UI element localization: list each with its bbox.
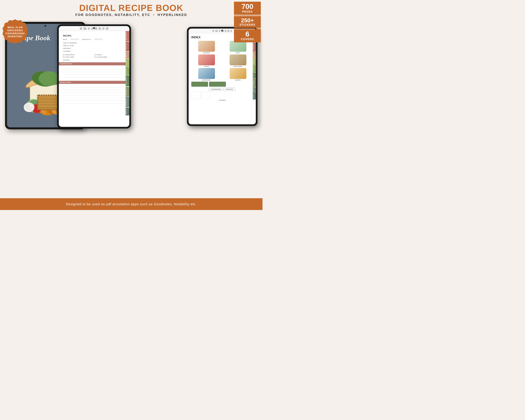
recipe-tab-starters[interactable]: STARTERS [126, 42, 129, 51]
camera-notch-cover [44, 25, 46, 27]
index-cell-beverages: BEVERAGES [191, 68, 222, 81]
index-toolbar-star [230, 30, 232, 32]
index-buttons: CONVERSIONS INVENTORY [191, 88, 253, 91]
recipe-tab-breakfast[interactable]: BREAKFAST [126, 31, 129, 41]
direction-line-7 [63, 101, 125, 103]
index-cell-starters: STARTERS [191, 41, 222, 53]
index-tab-beverages[interactable]: BEV [253, 87, 256, 92]
vegan-cb[interactable] [94, 54, 96, 56]
conversions-button[interactable]: CONVERSIONS [209, 88, 223, 91]
calories: CALORIES: [63, 50, 125, 53]
recipe-fields: TIME TO PREPARE: TIME TO COOK: SERVINGS:… [63, 42, 125, 53]
index-content: INDEX STARTERS SOUPS SAUCES MAIN DISHES [189, 33, 256, 103]
ingredient-line-1 [63, 67, 125, 69]
footer-text: Designed to be used on pdf annotation ap… [66, 202, 197, 206]
tablet-recipe: RECIPE: RATE: DIFFICULTY: TIME TO PREPAR… [57, 24, 131, 129]
badge-line2: GROCERIES [6, 29, 25, 32]
direction-line-5 [63, 95, 125, 98]
toolbar-star-icon [105, 27, 109, 30]
difficulty-circles [94, 39, 103, 40]
recipe-tabs: BREAKFAST STARTERS SOUPS SALADS SAUCES M… [126, 31, 129, 115]
green-boxes-row [191, 82, 253, 87]
ingredient-line-5 [63, 77, 125, 80]
starters-image[interactable] [198, 41, 215, 52]
index-cell-main: MAIN DISHES [223, 54, 253, 67]
difficulty-label: DIFFICULTY: [82, 39, 91, 40]
main-label: MAIN DISHES [234, 66, 242, 67]
rate-label: RATE: [63, 39, 67, 40]
recipe-tab-snacks[interactable]: SNACKS [126, 107, 129, 115]
tablet-index-screen: INDEX STARTERS SOUPS SAUCES MAIN DISHES [189, 29, 256, 124]
top-banner: DIGITAL RECIPE BOOK FOR GOODNOTES, NOTAB… [0, 0, 262, 20]
stickers-label: STICKERS [191, 100, 253, 101]
index-tab-soups[interactable]: SOUPS [253, 51, 256, 58]
pages-stat: 700 PAGES [234, 2, 261, 15]
recipe-content: RECIPE: RATE: DIFFICULTY: TIME TO PREPAR… [59, 31, 129, 108]
badge-text: MEAL PLAN GROCERIES CONVERSIONS INVENTOR… [6, 26, 25, 38]
direction-line-2 [63, 87, 125, 90]
direction-line-1 [63, 85, 125, 87]
green-box-1 [191, 82, 208, 87]
index-tab-starters[interactable]: STARTERS [253, 43, 256, 51]
recipe-tab-soups[interactable]: SOUPS [126, 52, 129, 59]
badge-shape: MEAL PLAN GROCERIES CONVERSIONS INVENTOR… [2, 19, 28, 45]
index-tab-snacks[interactable]: SNACKS [253, 92, 256, 99]
camera-notch-index [221, 29, 223, 32]
rate-circles [71, 39, 79, 40]
vegetarian-option: VEGETARIAN [63, 54, 94, 56]
snacks-image[interactable] [230, 68, 246, 79]
index-toolbar-grid [215, 30, 218, 32]
index-grid: STARTERS SOUPS SAUCES MAIN DISHES BEVERA… [191, 41, 253, 81]
direction-line-3 [63, 90, 125, 93]
stickers-stat: 250+ STICKERS [234, 16, 261, 28]
index-toolbar-cal [227, 30, 229, 32]
starters-label: STARTERS [203, 52, 210, 53]
recipe-tab-beverages[interactable]: BEVERAGES [126, 97, 129, 107]
subtitle-part1: FOR GOODNOTES, NOTABILITY, ETC [75, 13, 150, 17]
stickers-number: 250+ [235, 18, 260, 23]
sticker-row-1 [191, 92, 253, 99]
vegetarian-label: VEGETARIAN [65, 54, 75, 56]
source-row: SOURCE: [63, 59, 125, 61]
index-tab-main[interactable]: MAIN [253, 73, 256, 78]
ingredient-line-4 [63, 75, 125, 77]
pages-label: PAGES [235, 10, 260, 13]
beverages-image[interactable] [198, 68, 215, 79]
main-image[interactable] [230, 54, 246, 65]
recipe-tab-main[interactable]: MAIN DISHES [126, 75, 129, 86]
feature-badge: MEAL PLAN GROCERIES CONVERSIONS INVENTOR… [2, 19, 28, 45]
stat-divider-1 [234, 15, 261, 16]
green-box-2 [209, 82, 226, 87]
index-tab-sauces[interactable]: SAUCES [253, 65, 256, 73]
direction-line-6 [63, 98, 125, 101]
snacks-label: SNACKS [235, 79, 241, 81]
sauces-image[interactable] [198, 54, 215, 65]
gluten-free-option: GLUTEN FREE [94, 56, 125, 58]
index-tab-desserts[interactable]: DESSERTS [253, 78, 256, 87]
inventory-button[interactable]: INVENTORY [224, 88, 235, 91]
svg-point-21 [26, 106, 32, 110]
dairy-free-cb[interactable] [63, 57, 64, 58]
time-prepare: TIME TO PREPARE: [63, 42, 125, 44]
toolbar-bookmark-icon [102, 27, 105, 30]
direction-line-4 [63, 93, 125, 95]
index-toolbar-home [212, 30, 214, 32]
index-tab-salads[interactable]: SALADS [253, 58, 256, 65]
recipe-tab-sauces[interactable]: SAUCES [126, 67, 129, 75]
vegetarian-cb[interactable] [63, 54, 64, 56]
badge-line3: CONVERSIONS [6, 32, 25, 35]
ingredient-line-2 [63, 69, 125, 72]
ingredients-lines [63, 67, 125, 80]
toolbar-grid-icon [84, 27, 86, 30]
covers-stat: 6 COVERS [234, 29, 261, 42]
servings: SERVINGS: [63, 47, 125, 50]
gluten-free-cb[interactable] [94, 57, 96, 58]
vegan-option: VEGAN [94, 54, 125, 56]
tablet-recipe-screen: RECIPE: RATE: DIFFICULTY: TIME TO PREPAR… [59, 26, 129, 127]
recipe-heading: RECIPE: [63, 34, 125, 37]
recipe-tab-salads[interactable]: SALADS [126, 59, 129, 67]
dietary-checkboxes: VEGETARIAN VEGAN DIARY FREE GLUTEN FREE [63, 54, 125, 58]
recipe-tab-desserts[interactable]: DESSERTS [126, 87, 129, 96]
dairy-free-option: DIARY FREE [63, 56, 94, 58]
recipe-rate-row: RATE: DIFFICULTY: [63, 39, 125, 40]
